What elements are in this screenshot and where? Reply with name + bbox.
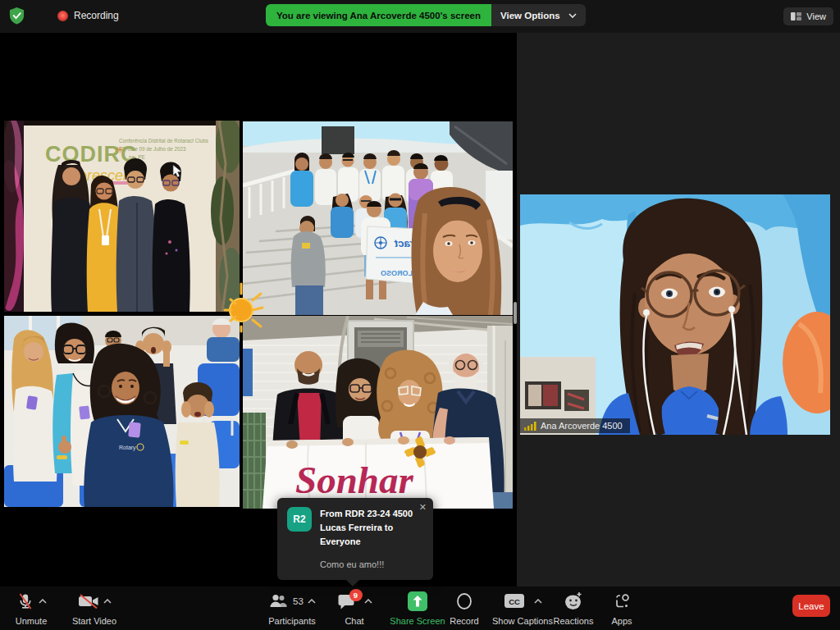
recording-label: Recording xyxy=(74,10,119,21)
unmute-button[interactable]: Unmute xyxy=(5,591,57,627)
codirc-caption1: Conferência Distrital de Rotaract Clubs xyxy=(119,138,208,144)
chat-label: Chat xyxy=(345,616,363,627)
codirc-caption2: 07, 08 e 09 de Julho de 2023 xyxy=(119,146,186,152)
chevron-down-icon xyxy=(568,13,577,18)
camera-off-icon xyxy=(78,593,99,609)
chat-notification-popup: R2 From RDR 23-24 4500 Lucas Ferreira to… xyxy=(277,498,433,580)
reactions-label: Reactions xyxy=(554,616,594,627)
leave-button[interactable]: Leave xyxy=(792,595,830,617)
view-options-label: View Options xyxy=(500,11,560,21)
start-video-button[interactable]: Start Video xyxy=(61,591,128,627)
video-panel: Ana Arcoverde 4500 xyxy=(517,33,840,587)
participants-icon xyxy=(268,593,289,609)
reactions-button[interactable]: Reactions xyxy=(547,591,600,627)
participants-label: Participants xyxy=(268,616,315,627)
photo-interact-stairs: Interact o CALOROSO xyxy=(243,121,513,315)
close-icon[interactable]: ✕ xyxy=(419,501,427,513)
participant-name: Ana Arcoverde 4500 xyxy=(541,421,623,431)
chat-sender-header: From RDR 23-24 4500 Lucas Ferreira to Ev… xyxy=(320,507,423,549)
record-icon xyxy=(455,592,473,610)
chevron-up-icon[interactable] xyxy=(364,599,372,604)
chat-message-text: Como eu amo!!! xyxy=(320,559,423,569)
security-shield-icon[interactable] xyxy=(8,7,25,25)
viewing-screen-banner: You are viewing Ana Arcoverde 4500's scr… xyxy=(266,4,491,26)
rotary-polo-text: Rotary xyxy=(119,445,136,451)
participant-name-label: Ana Arcoverde 4500 xyxy=(520,418,630,433)
participant-video-ana: Ana Arcoverde 4500 xyxy=(520,194,830,435)
closed-captions-icon: CC xyxy=(504,593,525,609)
share-screen-label: Share Screen xyxy=(390,616,445,627)
audio-signal-icon xyxy=(524,422,536,431)
photo-audience-chairs: Rotary xyxy=(4,316,240,507)
view-options-button[interactable]: View Options xyxy=(491,4,586,26)
meeting-top-bar: Recording You are viewing Ana Arcoverde … xyxy=(0,0,840,33)
svg-text:CC: CC xyxy=(509,597,520,606)
sonhar-banner-text: Sonhar xyxy=(295,459,413,501)
gallery-view-icon xyxy=(791,11,801,21)
chevron-up-icon[interactable] xyxy=(534,599,542,604)
show-captions-label: Show Captions xyxy=(492,616,553,627)
participants-count: 53 xyxy=(293,596,304,606)
participants-button[interactable]: 53 Participants xyxy=(258,591,326,627)
popup-arrow xyxy=(346,580,359,587)
view-button[interactable]: View xyxy=(783,7,833,25)
record-button[interactable]: Record xyxy=(439,591,490,627)
photo-codirc-conference: CODIRC ✳ ✳ florescer Conferência Distrit… xyxy=(4,121,240,312)
photo-sonhar-banner: Sonhar xyxy=(243,316,513,509)
chevron-up-icon[interactable] xyxy=(308,599,316,604)
recording-dot-icon xyxy=(57,11,68,21)
recording-indicator: Recording xyxy=(57,10,119,21)
sun-doodle xyxy=(220,277,266,333)
reactions-smiley-icon xyxy=(564,591,583,610)
unmute-label: Unmute xyxy=(16,616,48,627)
shared-screen-content: CODIRC ✳ ✳ florescer Conferência Distrit… xyxy=(0,33,517,587)
view-button-label: View xyxy=(806,11,826,21)
chevron-up-icon[interactable] xyxy=(39,599,47,604)
chat-button[interactable]: 9 Chat xyxy=(330,591,379,627)
share-screen-icon xyxy=(408,591,427,611)
apps-label: Apps xyxy=(611,616,632,627)
apps-button[interactable]: Apps xyxy=(598,591,646,627)
chat-unread-badge: 9 xyxy=(349,589,363,601)
record-label: Record xyxy=(450,616,478,627)
meeting-toolbar: Unmute Start Video 53 xyxy=(0,587,840,630)
start-video-label: Start Video xyxy=(72,616,116,627)
microphone-muted-icon xyxy=(16,592,34,610)
chevron-up-icon[interactable] xyxy=(103,599,112,604)
apps-icon xyxy=(613,592,631,610)
chat-sender-avatar: R2 xyxy=(287,507,312,532)
